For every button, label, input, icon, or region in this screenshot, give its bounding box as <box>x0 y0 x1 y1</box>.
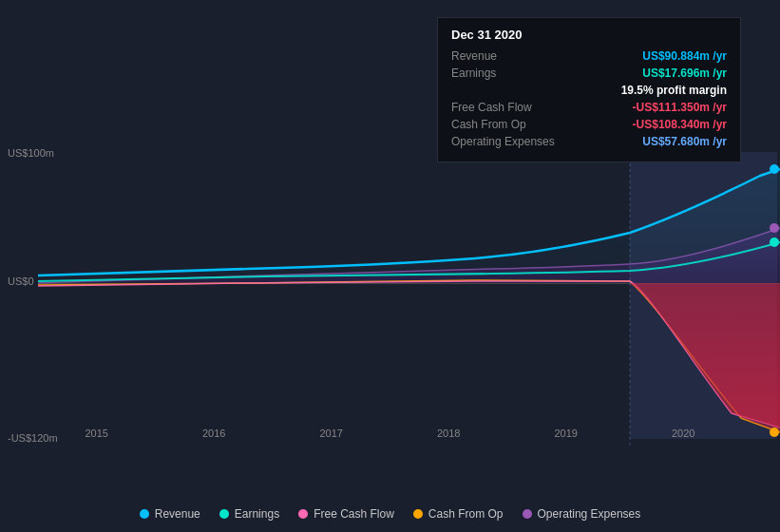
x-label-2016: 2016 <box>202 428 225 439</box>
earnings-row: Earnings US$17.696m /yr <box>451 66 727 80</box>
legend-earnings-label: Earnings <box>235 507 279 521</box>
x-label-2017: 2017 <box>320 428 343 439</box>
cashfromop-label: Cash From Op <box>451 118 575 131</box>
fcf-row: Free Cash Flow -US$111.350m /yr <box>451 101 727 114</box>
opex-label: Operating Expenses <box>451 135 575 148</box>
earnings-label: Earnings <box>451 66 575 80</box>
revenue-dot <box>770 164 779 174</box>
legend-revenue-label: Revenue <box>155 507 200 521</box>
cashfromop-value: -US$108.340m /yr <box>633 118 727 131</box>
profit-margin-value: 19.5% profit margin <box>621 84 727 97</box>
profit-margin-row: 19.5% profit margin <box>451 84 727 97</box>
legend-fcf-dot <box>298 509 308 519</box>
x-label-2018: 2018 <box>437 428 460 439</box>
opex-value: US$57.680m /yr <box>642 135 727 148</box>
legend-cashfromop: Cash From Op <box>413 507 504 521</box>
profit-margin-label <box>451 84 575 97</box>
legend-cashfromop-dot <box>413 509 423 519</box>
opex-row: Operating Expenses US$57.680m /yr <box>451 135 727 148</box>
legend-fcf-label: Free Cash Flow <box>314 507 394 521</box>
legend-opex: Operating Expenses <box>523 507 641 521</box>
legend-fcf: Free Cash Flow <box>298 507 394 521</box>
legend-opex-dot <box>523 509 532 519</box>
tooltip-title: Dec 31 2020 <box>451 28 727 42</box>
tooltip-box: Dec 31 2020 Revenue US$90.884m /yr Earni… <box>437 17 741 162</box>
revenue-value: US$90.884m /yr <box>642 49 727 63</box>
legend-opex-label: Operating Expenses <box>538 507 641 521</box>
earnings-value: US$17.696m /yr <box>642 66 727 80</box>
legend-revenue-dot <box>140 509 149 519</box>
revenue-row: Revenue US$90.884m /yr <box>451 49 727 63</box>
legend-revenue: Revenue <box>140 507 200 521</box>
legend-earnings-dot <box>219 509 229 519</box>
x-label-2020: 2020 <box>672 428 694 439</box>
legend-cashfromop-label: Cash From Op <box>428 507 504 521</box>
opex-dot <box>770 223 779 233</box>
x-label-2015: 2015 <box>86 428 108 439</box>
x-label-2019: 2019 <box>555 428 578 439</box>
legend-earnings: Earnings <box>219 507 279 521</box>
cashfromop-row: Cash From Op -US$108.340m /yr <box>451 118 727 131</box>
chart-legend: Revenue Earnings Free Cash Flow Cash Fro… <box>0 507 780 521</box>
earnings-dot <box>770 238 779 247</box>
fcf-value: -US$111.350m /yr <box>633 101 727 114</box>
revenue-label: Revenue <box>451 49 575 63</box>
x-axis-labels: 2015 2016 2017 2018 2019 2020 <box>0 428 780 439</box>
fcf-label: Free Cash Flow <box>451 101 575 114</box>
